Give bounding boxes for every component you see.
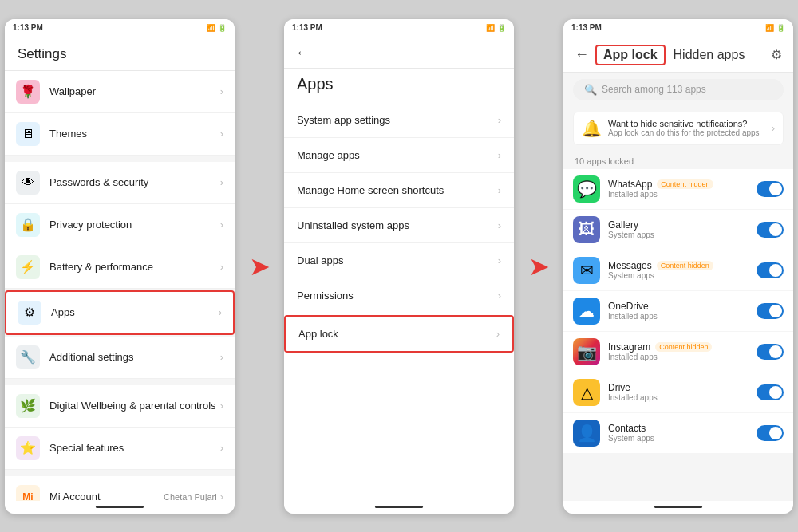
settings-item-apps[interactable]: ⚙ Apps ›	[5, 290, 235, 335]
notification-chevron: ›	[772, 122, 775, 134]
messages-toggle[interactable]	[757, 262, 784, 278]
applock-item-drive: △ Drive Installed apps	[563, 372, 793, 413]
apps-label: Apps	[51, 306, 219, 318]
home-indicator-2	[375, 506, 423, 508]
home-indicator-3	[654, 506, 702, 508]
search-bar[interactable]: 🔍 Search among 113 apps	[573, 79, 784, 100]
additional-chevron: ›	[220, 351, 223, 363]
passwords-label: Passwords & security	[49, 176, 220, 188]
apps-chevron: ›	[219, 306, 222, 318]
applock-tabs: App lock Hidden apps	[595, 45, 771, 65]
drive-toggle[interactable]	[757, 384, 784, 400]
notification-banner[interactable]: 🔔 Want to hide sensitive notifications? …	[573, 112, 784, 145]
drive-icon: △	[573, 379, 600, 406]
settings-item-themes[interactable]: 🖥 Themes ›	[5, 113, 235, 156]
settings-item-additional[interactable]: 🔧 Additional settings ›	[5, 337, 235, 379]
gallery-name: Gallery	[608, 219, 638, 231]
dual-apps-chevron: ›	[498, 254, 501, 266]
gap-1	[5, 156, 235, 162]
settings-item-miaccount[interactable]: Mi Mi Account Chetan Pujari ›	[5, 476, 235, 501]
settings-item-wallpaper[interactable]: 🌹 Wallpaper ›	[5, 71, 235, 113]
special-chevron: ›	[220, 442, 223, 454]
applock-header: ← App lock Hidden apps ⚙	[563, 37, 793, 73]
whatsapp-icon: 💬	[573, 175, 600, 203]
gallery-icon: 🖼	[573, 216, 600, 243]
drive-type: Installed apps	[608, 393, 757, 402]
contacts-type: System apps	[608, 434, 757, 443]
gap-3	[5, 470, 235, 476]
settings-item-digital[interactable]: 🌿 Digital Wellbeing & parental controls …	[5, 385, 235, 428]
wallpaper-icon: 🌹	[16, 80, 40, 104]
settings-item-passwords[interactable]: 👁 Passwords & security ›	[5, 162, 235, 204]
back-arrow-3[interactable]: ←	[575, 46, 589, 63]
battery-chevron: ›	[220, 261, 223, 273]
home-indicator-1	[96, 506, 144, 508]
dual-apps-label: Dual apps	[297, 254, 344, 266]
additional-label: Additional settings	[49, 351, 220, 363]
time-1: 1:13 PM	[13, 23, 43, 32]
applock-item-onedrive: ☁ OneDrive Installed apps	[563, 291, 793, 332]
battery-label: Battery & performance	[49, 261, 220, 273]
apps-list-item-manage-apps[interactable]: Manage apps ›	[284, 138, 514, 173]
whatsapp-name: WhatsApp	[608, 179, 652, 190]
tab-hidden-apps[interactable]: Hidden apps	[666, 45, 753, 65]
bottom-bar-3	[563, 501, 793, 514]
instagram-icon: 📷	[573, 338, 600, 365]
gallery-type: System apps	[608, 231, 757, 239]
contacts-icon: 👤	[573, 420, 600, 447]
apps-list-item-system-app-settings[interactable]: System app settings ›	[284, 103, 514, 138]
settings-item-battery[interactable]: ⚡ Battery & performance ›	[5, 246, 235, 289]
whatsapp-toggle[interactable]	[757, 181, 784, 197]
onedrive-toggle[interactable]	[757, 303, 784, 319]
tab-app-lock[interactable]: App lock	[595, 45, 666, 65]
contacts-name: Contacts	[608, 423, 646, 434]
gallery-toggle[interactable]	[757, 222, 784, 238]
digital-label: Digital Wellbeing & parental controls	[49, 400, 220, 412]
notification-title: Want to hide sensitive notifications?	[608, 119, 765, 128]
contacts-toggle[interactable]	[757, 425, 784, 441]
apps-list-item-applock[interactable]: App lock ›	[284, 315, 514, 353]
gap-2	[5, 379, 235, 385]
applock-item-contacts: 👤 Contacts System apps	[563, 413, 793, 454]
apps-list-item-uninstalled[interactable]: Uninstalled system apps ›	[284, 208, 514, 243]
time-3: 1:13 PM	[571, 23, 602, 32]
apps-list: System app settings › Manage apps › Mana…	[284, 103, 514, 501]
gear-icon[interactable]: ⚙	[771, 47, 782, 62]
apps-list-item-permissions[interactable]: Permissions ›	[284, 278, 514, 313]
whatsapp-type: Installed apps	[608, 190, 757, 199]
wallpaper-label: Wallpaper	[49, 85, 220, 97]
notification-subtitle: App lock can do this for the protected a…	[608, 128, 765, 137]
apps-screen: ← Apps System app settings › Manage apps…	[284, 37, 514, 501]
drive-name: Drive	[608, 382, 630, 393]
settings-item-special[interactable]: ⭐ Special features ›	[5, 428, 235, 470]
digital-icon: 🌿	[16, 394, 40, 418]
settings-item-privacy[interactable]: 🔒 Privacy protection ›	[5, 204, 235, 246]
onedrive-icon: ☁	[573, 298, 600, 325]
passwords-chevron: ›	[220, 176, 223, 188]
permissions-chevron: ›	[498, 290, 501, 301]
manage-apps-label: Manage apps	[297, 149, 360, 161]
mi-icon: Mi	[16, 485, 40, 501]
settings-header: Settings	[5, 37, 235, 71]
back-arrow-2[interactable]: ←	[295, 45, 310, 61]
instagram-toggle[interactable]	[757, 344, 784, 360]
digital-chevron: ›	[220, 400, 223, 412]
apps-list-item-manage-home[interactable]: Manage Home screen shortcuts ›	[284, 173, 514, 208]
manage-home-label: Manage Home screen shortcuts	[297, 184, 444, 196]
wallpaper-chevron: ›	[220, 85, 223, 97]
manage-apps-chevron: ›	[498, 149, 501, 161]
instagram-name: Instagram	[608, 341, 650, 353]
settings-screen: Settings 🌹 Wallpaper › 🖥 Themes ›	[5, 37, 235, 501]
applock-screen: ← App lock Hidden apps ⚙ 🔍 Search among …	[563, 37, 793, 501]
bottom-bar-1	[5, 501, 235, 514]
applock-chevron: ›	[496, 328, 500, 340]
status-icons-2: 📶 🔋	[486, 24, 506, 32]
instagram-badge: Content hidden	[655, 342, 712, 352]
apps-list-item-dual[interactable]: Dual apps ›	[284, 243, 514, 278]
applock-item-gallery: 🖼 Gallery System apps	[563, 210, 793, 250]
privacy-icon: 🔒	[16, 213, 40, 237]
notification-icon: 🔔	[582, 119, 602, 138]
panel-apps: 1:13 PM 📶 🔋 ← Apps System app settings ›…	[284, 19, 514, 514]
applock-item-messages: ✉ Messages Content hidden System apps	[563, 250, 793, 291]
onedrive-name: OneDrive	[608, 301, 649, 312]
